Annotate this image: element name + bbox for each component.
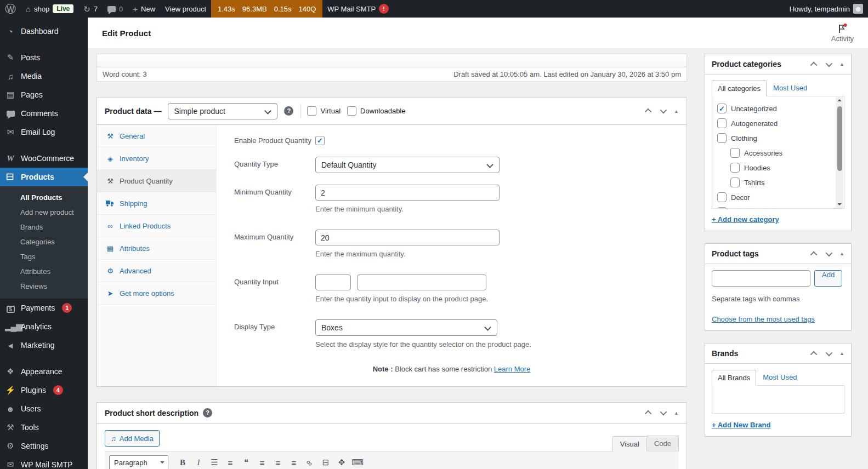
submenu-all-products[interactable]: All Products — [0, 190, 88, 205]
align-right-button[interactable]: ≡ — [287, 456, 301, 469]
wp-mail-smtp-button[interactable]: WP Mail SMTP ! — [322, 0, 394, 18]
display-type-select[interactable]: Boxes — [315, 319, 497, 336]
move-up-button[interactable] — [645, 108, 652, 116]
submenu-add-new-product[interactable]: Add new product — [0, 205, 88, 220]
virtual-checkbox-label[interactable]: Virtual — [307, 106, 341, 116]
collapse-toggle[interactable]: ▲ — [839, 251, 844, 256]
sidebar-item-payments[interactable]: $Payments1 — [0, 299, 88, 317]
tab-shipping[interactable]: Shipping — [97, 192, 216, 215]
tab-all-categories[interactable]: All categories — [712, 81, 767, 96]
wordpress-menu[interactable]: Ⓦ — [0, 0, 21, 18]
move-up-button[interactable] — [810, 61, 818, 68]
collapse-toggle[interactable]: ▲ — [674, 108, 679, 114]
category-row[interactable]: Accessories — [730, 148, 832, 158]
product-type-select[interactable]: Simple product — [168, 103, 277, 119]
my-account-button[interactable]: Howdy, tempadmin ☻ — [785, 0, 868, 18]
category-row[interactable]: Hoodies — [730, 163, 832, 173]
sidebar-item-woocommerce[interactable]: WWooCommerce — [0, 149, 88, 168]
tab-advanced[interactable]: ⚙Advanced — [97, 260, 216, 282]
category-checkbox[interactable] — [717, 133, 727, 143]
category-checkbox-checked[interactable]: ✓ — [717, 104, 727, 113]
sidebar-item-media[interactable]: ♫Media — [0, 67, 88, 85]
tab-most-used[interactable]: Most Used — [756, 370, 803, 385]
move-down-button[interactable] — [826, 349, 833, 356]
sidebar-item-plugins[interactable]: ⚡Plugins4 — [0, 381, 88, 399]
tab-visual[interactable]: Visual — [612, 436, 646, 451]
help-icon[interactable]: ? — [203, 408, 212, 417]
italic-button[interactable]: I — [191, 456, 206, 469]
insert-link-button[interactable]: ∞ — [300, 453, 319, 469]
submenu-brands[interactable]: Brands — [0, 220, 88, 234]
add-new-category-link[interactable]: + Add new category — [712, 215, 779, 224]
quantity-input-small[interactable] — [315, 274, 351, 290]
category-row[interactable]: ✓Uncategorized — [717, 104, 832, 113]
bullet-list-button[interactable]: ☰ — [207, 456, 222, 469]
tab-product-quantity[interactable]: ⚒Product Quantity — [97, 170, 216, 192]
learn-more-link[interactable]: Learn More — [494, 365, 530, 373]
new-tag-input[interactable] — [712, 270, 810, 287]
comments-button[interactable]: 0 — [103, 0, 128, 18]
sidebar-item-users[interactable]: ☻Users — [0, 399, 88, 418]
submenu-reviews[interactable]: Reviews — [0, 279, 88, 294]
tab-general[interactable]: ⚒General — [97, 125, 216, 147]
quantity-type-select[interactable]: Default Quantity — [315, 157, 500, 173]
sidebar-item-wp-mail-smtp[interactable]: ✉WP Mail SMTP — [0, 455, 88, 469]
query-monitor-button[interactable]: 1.43s 96.3MB 0.15s 140Q — [211, 0, 322, 18]
submenu-tags[interactable]: Tags — [0, 249, 88, 264]
blockquote-button[interactable]: ❝ — [239, 456, 253, 469]
bold-button[interactable]: B — [175, 456, 190, 469]
submenu-categories[interactable]: Categories — [0, 234, 88, 249]
sidebar-item-dashboard[interactable]: ◔Dashboard — [0, 22, 88, 41]
enable-quantity-checkbox[interactable]: ✓ — [315, 136, 325, 145]
category-checkbox[interactable] — [730, 148, 740, 158]
category-checkbox[interactable] — [730, 163, 740, 173]
submenu-attributes[interactable]: Attributes — [0, 264, 88, 279]
move-down-button[interactable] — [826, 60, 833, 67]
help-icon[interactable]: ? — [284, 106, 293, 116]
numbered-list-button[interactable]: ≡ — [223, 456, 237, 469]
category-row[interactable]: Tshirts — [730, 178, 832, 187]
sidebar-item-posts[interactable]: ✎Posts — [0, 48, 88, 67]
downloadable-checkbox[interactable] — [347, 106, 356, 116]
quantity-input-large[interactable] — [357, 274, 486, 290]
category-checkbox[interactable] — [717, 207, 727, 209]
more-tag-button[interactable]: ⊟ — [319, 456, 333, 469]
move-down-button[interactable] — [660, 107, 667, 114]
view-product-button[interactable]: View product — [160, 0, 211, 18]
site-link[interactable]: ⌂ shop Live — [21, 0, 78, 18]
move-down-button[interactable] — [660, 409, 667, 416]
paragraph-format-select[interactable]: Paragraph — [109, 455, 168, 469]
maximum-quantity-input[interactable] — [315, 230, 500, 245]
sidebar-item-analytics[interactable]: ▂▄▆Analytics — [0, 317, 88, 336]
add-media-button[interactable]: ♫ Add Media — [105, 430, 160, 447]
new-button[interactable]: + New — [128, 0, 160, 18]
category-checkbox[interactable] — [717, 192, 727, 202]
tab-code[interactable]: Code — [646, 436, 679, 451]
category-checkbox[interactable] — [730, 178, 740, 187]
align-left-button[interactable]: ≡ — [255, 456, 269, 469]
tab-get-more-options[interactable]: ➤Get more options — [97, 282, 216, 305]
downloadable-checkbox-label[interactable]: Downloadable — [347, 106, 405, 116]
category-row[interactable]: Clothing — [717, 133, 832, 143]
add-tag-button[interactable]: Add — [814, 270, 842, 287]
category-row[interactable]: Decor — [717, 192, 832, 202]
tab-all-brands[interactable]: All Brands — [712, 370, 756, 386]
scrollbar-thumb[interactable] — [837, 106, 842, 171]
sidebar-item-appearance[interactable]: ❖Appearance — [0, 362, 88, 381]
fullscreen-button[interactable]: ✥ — [334, 456, 349, 469]
sidebar-item-products[interactable]: ◫Products — [0, 168, 88, 186]
sidebar-item-settings[interactable]: ⚙Settings — [0, 437, 88, 455]
scroll-up-arrow[interactable] — [837, 99, 842, 101]
virtual-checkbox[interactable] — [307, 106, 316, 116]
move-up-button[interactable] — [645, 410, 652, 417]
sidebar-item-tools[interactable]: ⚒Tools — [0, 418, 88, 437]
minimum-quantity-input[interactable] — [315, 185, 500, 201]
collapse-toggle[interactable]: ▲ — [839, 61, 844, 67]
move-up-button[interactable] — [810, 251, 818, 258]
move-up-button[interactable] — [810, 351, 818, 358]
sidebar-item-marketing[interactable]: ◄Marketing — [0, 336, 88, 354]
tab-inventory[interactable]: ◈Inventory — [97, 147, 216, 170]
scroll-down-arrow[interactable] — [837, 203, 842, 205]
categories-scrollbar[interactable] — [836, 97, 843, 208]
collapse-toggle[interactable]: ▲ — [839, 351, 844, 356]
